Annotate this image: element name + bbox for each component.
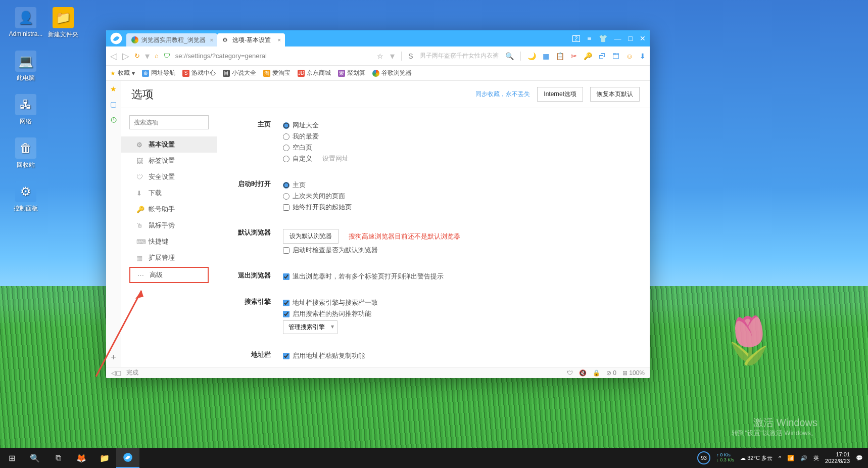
browser-logo[interactable] [106,30,126,46]
home-icon[interactable]: ⌂ [155,52,159,60]
bookmark-item[interactable]: JD京东商城 [298,69,331,77]
sidebar-item-tabs[interactable]: 🖼标签设置 [121,153,217,169]
desktop-icon-admin[interactable]: 👤Administra... [7,7,44,37]
badge-count[interactable]: 2 [572,35,581,42]
manage-search-button[interactable]: 管理搜索引擎 [283,320,337,334]
scissors-icon[interactable]: ✂ [571,52,577,60]
sidebar-item-basic[interactable]: ⚙基本设置 [121,136,217,153]
sidebar-item-account[interactable]: 🔑帐号助手 [121,201,217,217]
radio-homepage-all[interactable]: 网址大全 [283,120,650,131]
search-engine-icon[interactable]: S [408,52,413,60]
bookmark-item[interactable]: ⊕网址导航 [142,69,175,77]
desktop-icon-network[interactable]: 🖧网络 [7,94,44,126]
search-icon[interactable]: 🔍 [505,52,514,60]
sidebar-item-extensions[interactable]: ▦扩展管理 [121,250,217,266]
desktop-icon-thispc[interactable]: 💻此电脑 [7,51,44,82]
radio-startup-last[interactable]: 上次未关闭的页面 [283,191,650,202]
tray-volume-icon[interactable]: 🔊 [800,455,807,461]
status-zoom[interactable]: ⊞ 100% [622,369,645,377]
checkbox-exit-warn[interactable]: 退出浏览器时，若有多个标签页打开则弹出警告提示 [283,271,650,282]
skin-icon[interactable]: 👕 [599,34,607,42]
bookmark-item[interactable]: S游戏中心 [182,69,216,77]
close-window-icon[interactable]: ✕ [640,34,646,42]
tab-tutorial[interactable]: 浏览器实用教程_浏览器× [126,33,217,46]
back-icon[interactable]: ◁ [110,51,117,62]
rail-screen-icon[interactable]: ▢ [110,100,117,108]
net-monitor[interactable]: 93 [697,451,710,464]
key-icon[interactable]: 🔑 [584,52,592,60]
checkbox-search-hot[interactable]: 启用搜索栏的热词推荐功能 [283,308,650,319]
desktop-icon-folder[interactable]: 📁新建文件夹 [44,7,82,39]
bookmark-item[interactable]: 目小说大全 [223,69,256,77]
sogou-taskbar[interactable] [116,448,139,468]
sidebar-item-mouse[interactable]: 🖱鼠标手势 [121,217,217,233]
weather-tray[interactable]: ☁ 32°C 多云 [740,454,773,462]
grid-icon[interactable]: ▦ [543,52,549,60]
search-button[interactable]: 🔍 [23,448,46,468]
checkbox-always-start[interactable]: 始终打开我的起始页 [283,202,650,213]
checkbox-check-default[interactable]: 启动时检查是否为默认浏览器 [283,245,650,256]
section-label-homepage: 主页 [217,120,283,164]
tray-ime[interactable]: 英 [813,454,819,462]
search-options-input[interactable] [134,119,204,126]
status-mute-icon[interactable]: 🔇 [579,369,587,377]
address-input[interactable] [175,52,362,60]
status-shield-icon[interactable]: 🛡 [567,369,573,377]
close-icon[interactable]: × [278,37,281,43]
restore-defaults-button[interactable]: 恢复本页默认 [590,87,640,102]
explorer-taskbar[interactable]: 📁 [93,448,116,468]
page-body: ⚙基本设置 🖼标签设置 🛡安全设置 ⬇下载 🔑帐号助手 🖱鼠标手势 ⌨快捷键 ▦… [121,108,650,367]
radio-startup-home[interactable]: 主页 [283,179,650,191]
face-icon[interactable]: ☺ [626,52,633,60]
desktop-icon-control[interactable]: ⚙控制面板 [7,181,44,213]
moon-icon[interactable]: 🌙 [527,52,536,60]
radio-homepage-custom[interactable]: 自定义设置网址 [283,153,650,164]
translate-icon[interactable]: 🗗 [599,52,606,60]
set-url-link[interactable]: 设置网址 [322,154,349,163]
window-icon[interactable]: 🗔 [612,52,619,60]
refresh-icon[interactable]: ↻ [134,52,140,60]
firefox-taskbar[interactable]: 🦊 [70,448,93,468]
start-button[interactable]: ⊞ [0,448,23,468]
sidebar-item-shortcut[interactable]: ⌨快捷键 [121,233,217,250]
bookmark-item[interactable]: 谷歌浏览器 [372,69,412,77]
checkbox-search-sync[interactable]: 地址栏搜索引擎与搜索栏一致 [283,297,650,308]
bookmark-item[interactable]: 聚聚划算 [338,69,365,77]
desktop-icon-recycle[interactable]: 🗑回收站 [7,137,44,169]
sidebar-item-advanced[interactable]: ⋯高级 [129,267,209,283]
rail-star-icon[interactable]: ★ [110,85,117,93]
set-default-button[interactable]: 设为默认浏览器 [283,229,339,244]
dropdown-icon[interactable]: ▾ [145,51,150,62]
close-icon[interactable]: × [210,37,213,43]
minimize-icon[interactable]: — [614,34,621,42]
maximize-icon[interactable]: □ [629,34,633,42]
search-hint[interactable]: 男子两年盗窃千件女性内衣裤 [420,52,499,60]
status-lock-icon[interactable]: 🔒 [593,369,600,377]
rail-history-icon[interactable]: ◷ [111,115,117,123]
gear-icon: ⚙ [136,141,143,149]
split-icon[interactable]: ◁▢ [111,369,121,377]
tray-notifications-icon[interactable]: 💬 [856,455,863,461]
rail-add-icon[interactable]: + [111,352,116,363]
download-icon[interactable]: ⬇ [640,52,646,60]
checkbox-addrbar-paste[interactable]: 启用地址栏粘贴复制功能 [283,350,650,361]
forward-icon[interactable]: ▷ [122,51,129,62]
note-icon[interactable]: 📋 [556,52,564,60]
sidebar-item-download[interactable]: ⬇下载 [121,185,217,201]
search-options-box[interactable] [129,115,209,129]
sync-link[interactable]: 同步收藏，永不丢失 [475,90,530,99]
favorites-menu[interactable]: ★收藏 ▾ [110,69,135,77]
radio-homepage-fav[interactable]: 我的最爱 [283,131,650,142]
tray-clock[interactable]: 17:012022/8/23 [825,451,850,464]
menu-icon[interactable]: ≡ [587,34,591,42]
radio-homepage-blank[interactable]: 空白页 [283,142,650,153]
star-icon[interactable]: ☆ [377,52,383,60]
tray-expand-icon[interactable]: ^ [779,455,781,461]
status-adblock[interactable]: ⊘ 0 [606,369,616,377]
bookmark-item[interactable]: 淘爱淘宝 [263,69,291,77]
internet-options-button[interactable]: Internet选项 [537,87,583,102]
sidebar-item-security[interactable]: 🛡安全设置 [121,169,217,185]
tab-settings[interactable]: ⚙选项-基本设置× [217,33,285,46]
taskview-button[interactable]: ⧉ [46,448,70,468]
tray-network-icon[interactable]: 📶 [787,455,794,461]
